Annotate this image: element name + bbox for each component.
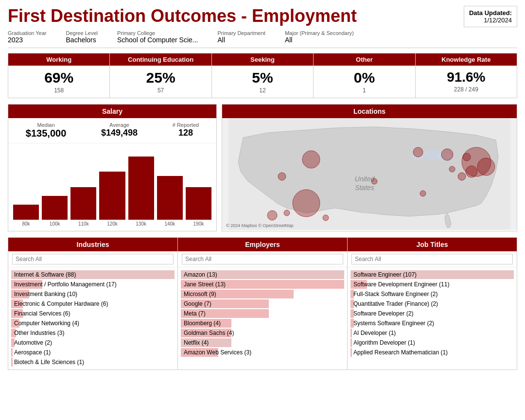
item-label: AI Developer (1) xyxy=(353,330,396,336)
industries-search[interactable] xyxy=(12,254,174,264)
filter-label: Graduation Year xyxy=(8,30,47,36)
item-label: Jane Street (13) xyxy=(184,281,226,288)
list-item[interactable]: Investment Banking (10) xyxy=(11,290,175,298)
average-label: Average xyxy=(101,122,138,128)
list-item[interactable]: Goldman Sachs (4) xyxy=(181,329,344,337)
list-item[interactable]: Software Development Engineer (11) xyxy=(350,280,514,289)
map-bubble xyxy=(371,178,377,184)
item-label: Electronic & Computer Hardware (6) xyxy=(14,300,108,307)
item-label: Automotive (2) xyxy=(14,339,52,346)
map-bubble xyxy=(449,166,455,172)
item-label: Investment Banking (10) xyxy=(14,291,77,298)
stat-cell: Continuing Education 25% 57 xyxy=(110,53,211,98)
list-item[interactable]: AI Developer (1) xyxy=(350,329,514,337)
bar-col: 120k xyxy=(99,172,125,227)
list-item[interactable]: Algorithm Developer (1) xyxy=(350,338,514,347)
bar xyxy=(70,187,96,220)
job-titles-col: Job Titles Software Engineer (107) Softw… xyxy=(348,238,517,369)
list-item[interactable]: Quantitative Trader (Finance) (2) xyxy=(350,299,514,308)
item-label: Algorithm Developer (1) xyxy=(353,339,415,346)
list-item[interactable]: Applied Research Mathematician (1) xyxy=(350,348,514,357)
list-item[interactable]: Electronic & Computer Hardware (6) xyxy=(11,299,175,308)
employers-col: Employers Amazon (13) Jane Street (13) M… xyxy=(178,238,348,369)
filter-value: Bachelors xyxy=(66,36,98,44)
item-label: Google (7) xyxy=(184,300,211,307)
list-item[interactable]: Investment / Portfolio Management (17) xyxy=(11,280,175,289)
item-label: Biotech & Life Sciences (1) xyxy=(14,359,84,366)
map-bubble xyxy=(458,173,466,180)
list-item[interactable]: Software Engineer (107) xyxy=(350,270,514,279)
item-label: Meta (7) xyxy=(184,310,206,317)
stat-pct: 0% xyxy=(314,70,415,86)
list-item[interactable]: Google (7) xyxy=(181,299,344,308)
filter-value: All xyxy=(285,36,354,44)
item-label: Software Engineer (107) xyxy=(353,271,417,278)
stat-cell: Knowledge Rate 91.6% 228 / 249 xyxy=(416,53,517,98)
item-label: Full-Stack Software Engineer (2) xyxy=(353,291,438,298)
stat-pct: 5% xyxy=(212,70,313,86)
list-item[interactable]: Netflix (4) xyxy=(181,338,344,347)
bar xyxy=(128,157,154,220)
median-label: Median xyxy=(26,122,66,128)
list-item[interactable]: Software Developer (2) xyxy=(350,309,514,318)
filter-label: Degree Level xyxy=(66,30,98,36)
employers-search[interactable] xyxy=(182,254,343,264)
bar-col: 100k xyxy=(42,196,68,227)
stats-bar: Working 69% 158 Continuing Education 25%… xyxy=(8,53,517,98)
filter-value: 2023 xyxy=(8,36,47,44)
list-item[interactable]: Amazon Web Services (3) xyxy=(181,348,344,357)
bar-col: 190k xyxy=(186,187,211,227)
item-bg-bar xyxy=(11,358,13,367)
item-label: Microsoft (9) xyxy=(184,291,216,298)
bar-col: 140k xyxy=(157,176,183,227)
item-bg-bar xyxy=(350,338,352,347)
item-bg-bar xyxy=(350,348,352,357)
stat-label: Working xyxy=(8,53,109,66)
page-title: First Destination Outcomes - Employment xyxy=(8,6,357,26)
filter-item: Major (Primary & Secondary)All xyxy=(285,30,354,44)
list-item[interactable]: Aerospace (1) xyxy=(11,348,175,357)
filter-label: Major (Primary & Secondary) xyxy=(285,30,354,36)
item-label: Internet & Software (88) xyxy=(14,271,76,278)
list-item[interactable]: Biotech & Life Sciences (1) xyxy=(11,358,175,367)
item-label: Investment / Portfolio Management (17) xyxy=(14,281,117,288)
filter-item: Graduation Year2023 xyxy=(8,30,47,44)
salary-title: Salary xyxy=(8,105,216,118)
map-area: United States © 2024 Mapbox © OpenStreet… xyxy=(222,118,517,230)
map-bubble xyxy=(420,191,426,196)
list-item[interactable]: Internet & Software (88) xyxy=(11,270,175,279)
item-label: Amazon Web Services (3) xyxy=(184,349,251,356)
job-titles-search[interactable] xyxy=(351,254,513,264)
list-item[interactable]: Systems Software Engineer (2) xyxy=(350,319,514,328)
bar-col: 130k xyxy=(128,157,154,227)
item-label: Financial Services (6) xyxy=(14,310,70,317)
list-item[interactable]: Jane Street (13) xyxy=(181,280,344,289)
industries-col: Industries Internet & Software (88) Inve… xyxy=(8,238,178,369)
map-bubble xyxy=(413,147,423,157)
stat-label: Knowledge Rate xyxy=(416,53,517,66)
list-item[interactable]: Other Industries (3) xyxy=(11,329,175,337)
stat-pct: 91.6% xyxy=(416,70,517,85)
bar-label: 140k xyxy=(164,221,175,227)
item-bg-bar xyxy=(350,329,352,337)
bar xyxy=(157,176,183,220)
stat-label: Seeking xyxy=(212,53,313,66)
list-item[interactable]: Computer Networking (4) xyxy=(11,319,175,328)
list-item[interactable]: Meta (7) xyxy=(181,309,344,318)
list-item[interactable]: Microsoft (9) xyxy=(181,290,344,298)
bar xyxy=(13,205,39,220)
list-item[interactable]: Bloomberg (4) xyxy=(181,319,344,328)
salary-section: Salary Median $135,000 Average $149,498 … xyxy=(8,104,217,231)
list-item[interactable]: Financial Services (6) xyxy=(11,309,175,318)
reported-value: 128 xyxy=(173,128,199,138)
svg-text:States: States xyxy=(355,184,374,192)
item-label: Systems Software Engineer (2) xyxy=(353,320,434,327)
data-updated-label: Data Updated: xyxy=(469,9,512,17)
list-item[interactable]: Amazon (13) xyxy=(181,270,344,279)
bar-label: 130k xyxy=(136,221,146,227)
filter-label: Primary College xyxy=(117,30,198,36)
list-item[interactable]: Automotive (2) xyxy=(11,338,175,347)
list-item[interactable]: Full-Stack Software Engineer (2) xyxy=(350,290,514,298)
item-label: Other Industries (3) xyxy=(14,330,64,336)
map-bubble xyxy=(323,215,329,221)
